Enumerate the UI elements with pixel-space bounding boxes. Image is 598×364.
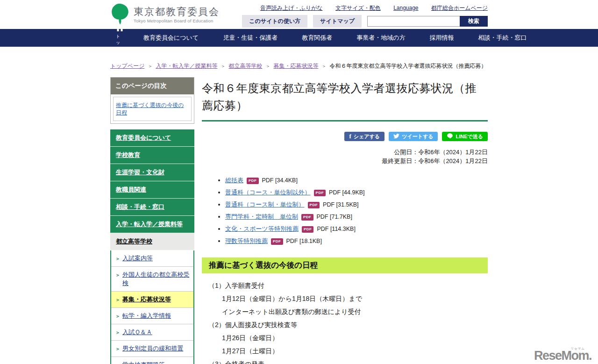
breadcrumb-link-recruitment-status[interactable]: 募集・応募状況等 xyxy=(273,63,318,69)
search-box: 検索 xyxy=(367,16,488,27)
schedule-line: （2）個人面接及び実技検査等 xyxy=(202,320,488,330)
nav-item-students-parents[interactable]: 児童・生徒・保護者 xyxy=(211,29,290,47)
submenu-item-recruitment-status[interactable]: ＞募集・応募状況等 xyxy=(111,292,193,308)
logo-title: 東京都教育委員会 xyxy=(134,6,220,17)
submenu-item-transfer-info[interactable]: ＞転学・編入学情報 xyxy=(111,308,193,324)
pdf-icon: PDF xyxy=(302,226,314,233)
breadcrumb-separator-icon: ＞ xyxy=(265,64,270,69)
site-logo[interactable]: 東京都教育委員会 Tokyo Metropolitan Board of Edu… xyxy=(110,3,220,25)
chevron-right-icon: ＞ xyxy=(115,313,120,320)
nav-item-educators[interactable]: 教育関係者 xyxy=(290,29,344,47)
utility-link-voice[interactable]: 音声読み上げ・ふりがな xyxy=(260,5,323,11)
breadcrumb-link-admission[interactable]: 入学・転入学／授業料等 xyxy=(156,63,217,69)
schedule-text: （1）入学願書受付 1月12日（金曜日）から1月18日（木曜日）まで インターネ… xyxy=(202,281,488,364)
sitemap-button[interactable]: サイトマップ xyxy=(313,15,362,28)
nav-item-business-community[interactable]: 事業者・地域の方 xyxy=(344,29,417,47)
pdf-link-specialized[interactable]: 専門学科・定時制 単位制 xyxy=(225,213,298,220)
chevron-right-icon: ＞ xyxy=(115,297,120,303)
chevron-right-icon: ＞ xyxy=(115,362,120,364)
submenu-item-gender-quota[interactable]: ＞男女別定員の緩和措置 xyxy=(111,341,193,357)
updated-date: 最終更新日：令和6年（2024）1月22日 xyxy=(202,157,488,166)
nav-home[interactable]: トップ xyxy=(110,29,131,47)
pdf-link-list: 総括表PDFPDF [34.4KB] 普通科（コース・単位制以外）PDFPDF … xyxy=(202,176,488,245)
submenu-item-exam-guide[interactable]: ＞入試案内等 xyxy=(111,250,193,267)
pdf-icon: PDF xyxy=(308,202,320,208)
toc-link-schedule[interactable]: 推薦に基づく選抜の今後の日程 xyxy=(116,102,184,116)
logo-subtitle: Tokyo Metropolitan Board of Education xyxy=(134,18,220,23)
toc-title: このページの目次 xyxy=(111,78,194,94)
nav-item-recruitment[interactable]: 採用情報 xyxy=(418,29,466,47)
share-buttons: f シェアする ツイートする LINEで送る xyxy=(202,132,488,141)
pdf-list-item: 文化・スポーツ等特別推薦PDFPDF [114.3KB] xyxy=(225,225,488,233)
breadcrumb-link-top[interactable]: トップページ xyxy=(110,63,144,69)
schedule-line: 1月12日（金曜日）から1月18日（木曜日）まで xyxy=(202,294,488,304)
sidebar-item-faculty[interactable]: 教職員関連 xyxy=(110,181,194,199)
pdf-link-summary[interactable]: 総括表 xyxy=(225,177,243,184)
breadcrumb-current: 令和６年度東京都立高等学校入学者選抜応募状況（推薦応募） xyxy=(329,63,486,69)
utility-link-language[interactable]: Language xyxy=(393,5,418,11)
main-content: 令和６年度東京都立高等学校入学者選抜応募状況（推薦応募） f シェアする ツイー… xyxy=(202,77,488,364)
facebook-icon: f xyxy=(349,133,351,140)
breadcrumb-separator-icon: ＞ xyxy=(148,64,152,69)
header-toolbar: このサイトの使い方 サイトマップ 検索 xyxy=(236,15,488,28)
nav-home-label: トップ xyxy=(116,34,124,52)
pdf-list-item: 専門学科・定時制 単位制PDFPDF [71.7KB] xyxy=(225,213,488,221)
pdf-icon: PDF xyxy=(247,178,259,184)
facebook-share-button[interactable]: f シェアする xyxy=(344,132,384,141)
line-bubble-icon xyxy=(447,133,453,140)
publish-dates: 公開日：令和6年（2024）1月22日 最終更新日：令和6年（2024）1月22… xyxy=(202,148,488,166)
pdf-link-general-non-credit[interactable]: 普通科（コース・単位制以外） xyxy=(225,189,311,196)
sidebar-submenu: ＞入試案内等 ＞外国人生徒の都立高校受検 ＞募集・応募状況等 ＞転学・編入学情報… xyxy=(110,250,194,364)
twitter-bird-icon xyxy=(393,134,399,140)
sidebar: このページの目次 推薦に基づく選抜の今後の日程 教育委員会について 学校教育 生… xyxy=(110,77,194,364)
line-share-button[interactable]: LINEで送る xyxy=(442,132,488,141)
schedule-line: （3）合格者の発表 xyxy=(202,359,488,364)
sidebar-item-about-board[interactable]: 教育委員会について xyxy=(110,129,194,147)
pdf-list-item: 理数等特別推薦PDFPDF [18.1KB] xyxy=(225,237,488,245)
resemom-ruby: リセマム xyxy=(570,347,585,350)
utility-link-tocho-home[interactable]: 都庁総合ホームページ xyxy=(431,5,488,11)
page-title: 令和６年度東京都立高等学校入学者選抜応募状況（推薦応募） xyxy=(202,79,488,121)
sidebar-item-admission[interactable]: 入学・転入学／授業料等 xyxy=(110,216,194,233)
sidebar-item-school-education[interactable]: 学校教育 xyxy=(110,147,194,164)
pdf-link-general-credit[interactable]: 普通科（コース制・単位制） xyxy=(225,201,305,208)
utility-link-fontsize[interactable]: 文字サイズ・配色 xyxy=(335,5,381,11)
pdf-list-item: 普通科（コース・単位制以外）PDFPDF [44.9KB] xyxy=(225,188,488,197)
sidebar-item-lifelong-learning[interactable]: 生涯学習・文化財 xyxy=(110,164,194,181)
page-toc-box: このページの目次 推薦に基づく選抜の今後の日程 xyxy=(110,77,194,124)
search-input[interactable] xyxy=(367,16,460,27)
site-header: 東京都教育委員会 Tokyo Metropolitan Board of Edu… xyxy=(0,0,598,29)
chevron-right-icon: ＞ xyxy=(115,272,120,278)
utility-links: 音声読み上げ・ふりがな 文字サイズ・配色 Language 都庁総合ホームページ xyxy=(249,4,488,12)
pdf-list-item: 総括表PDFPDF [34.4KB] xyxy=(225,176,488,185)
published-date: 公開日：令和6年（2024）1月22日 xyxy=(202,148,488,157)
sidebar-item-metro-high-school[interactable]: 都立高等学校 xyxy=(110,233,194,250)
tokyo-ginkgo-leaf-icon xyxy=(110,3,130,25)
submenu-item-foreign-students[interactable]: ＞外国人生徒の都立高校受検 xyxy=(111,267,193,292)
schedule-line: 1月27日（土曜日） xyxy=(202,346,488,356)
breadcrumb-link-metro-hs[interactable]: 都立高等学校 xyxy=(228,63,262,69)
breadcrumb: トップページ＞入学・転入学／授業料等＞都立高等学校＞募集・応募状況等＞令和６年度… xyxy=(110,62,488,70)
pdf-icon: PDF xyxy=(301,214,313,221)
schedule-line: インターネット出願及び書類の郵送により受付 xyxy=(202,307,488,317)
breadcrumb-separator-icon: ＞ xyxy=(321,64,326,69)
nav-item-about-board[interactable]: 教育委員会について xyxy=(131,29,211,47)
search-button[interactable]: 検索 xyxy=(460,16,488,27)
submenu-item-exam-questions[interactable]: ＞学力検査問題等 xyxy=(111,357,193,364)
submenu-item-exam-qa[interactable]: ＞入試Ｑ＆Ａ xyxy=(111,324,193,341)
resemom-watermark-logo: リセマム ReseMom. xyxy=(534,350,591,362)
breadcrumb-separator-icon: ＞ xyxy=(221,64,225,69)
sidebar-menu: 教育委員会について 学校教育 生涯学習・文化財 教職員関連 相談・手続・窓口 入… xyxy=(110,129,194,250)
pdf-icon: PDF xyxy=(314,190,326,196)
sidebar-item-consultation[interactable]: 相談・手続・窓口 xyxy=(110,199,194,216)
pdf-icon: PDF xyxy=(271,238,283,245)
schedule-line: 1月26日（金曜日） xyxy=(202,333,488,343)
chevron-right-icon: ＞ xyxy=(115,256,120,262)
twitter-share-button[interactable]: ツイートする xyxy=(389,132,438,141)
pdf-link-culture-sports[interactable]: 文化・スポーツ等特別推薦 xyxy=(225,225,299,232)
site-usage-button[interactable]: このサイトの使い方 xyxy=(242,15,307,28)
pdf-link-science-math[interactable]: 理数等特別推薦 xyxy=(225,237,268,244)
chevron-right-icon: ＞ xyxy=(115,346,120,352)
nav-item-consultation[interactable]: 相談・手続・窓口 xyxy=(466,29,539,47)
pdf-list-item: 普通科（コース制・単位制）PDFPDF [31.5KB] xyxy=(225,200,488,209)
